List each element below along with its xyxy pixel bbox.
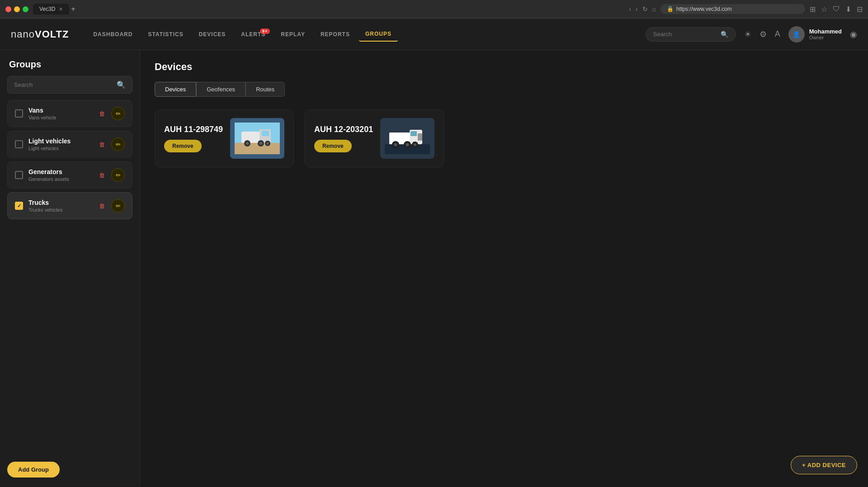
nav-reports[interactable]: REPORTS <box>314 28 356 41</box>
browser-chrome: Vec3D ✕ + ‹ › ↻ ⌂ 🔒 https://www.vec3d.co… <box>0 0 868 19</box>
shield-icon[interactable]: 🛡 <box>833 5 840 13</box>
truck-2-svg <box>385 123 430 154</box>
refresh-button[interactable]: ↻ <box>642 5 648 13</box>
vans-actions: 🗑 ✏ <box>95 107 125 120</box>
tab-close-icon[interactable]: ✕ <box>59 6 63 12</box>
vans-desc: Vans vehicle <box>28 115 90 120</box>
translate-icon[interactable]: A <box>775 29 780 39</box>
search-icon: 🔍 <box>117 80 126 89</box>
light-vehicles-name: Light vehicles <box>28 137 90 145</box>
browser-tools: ⊞ ☆ 🛡 ⬇ ⊟ <box>810 5 863 14</box>
truck-1-svg <box>235 123 280 154</box>
forward-button[interactable]: › <box>636 5 638 13</box>
new-tab-button[interactable]: + <box>71 5 75 13</box>
device-1-plate: AUH 11-298749 <box>164 125 223 134</box>
back-button[interactable]: ‹ <box>629 5 631 13</box>
nav-links: DASHBOARD STATISTICS DEVICES ALERTS9+ RE… <box>87 27 398 42</box>
status-icon[interactable]: ◉ <box>850 29 857 39</box>
content-title: Devices <box>155 61 854 73</box>
search-bar[interactable]: 🔍 <box>646 27 736 42</box>
tab-geofences[interactable]: Geofences <box>196 82 245 97</box>
brightness-icon[interactable]: ☀ <box>744 29 751 39</box>
vans-edit-button[interactable]: ✏ <box>111 107 125 120</box>
svg-point-25 <box>414 143 416 146</box>
nav-replay[interactable]: REPLAY <box>274 28 311 41</box>
main-content: Devices Devices Geofences Routes AUH 11-… <box>140 50 868 487</box>
vans-delete-button[interactable]: 🗑 <box>95 107 108 120</box>
generators-info: Generators Generators assets <box>28 168 90 182</box>
alerts-badge: 9+ <box>260 28 270 34</box>
sidebar-search-input[interactable] <box>14 81 113 88</box>
vans-info: Vans Vans vehicle <box>28 107 90 120</box>
add-group-button[interactable]: Add Group <box>7 462 60 478</box>
nav-groups[interactable]: GROUPS <box>359 27 398 42</box>
url-display: https://www.vec3d.com <box>676 6 732 12</box>
tabs: Devices Geofences Routes <box>155 82 854 97</box>
nav-controls: ‹ › ↻ ⌂ <box>629 5 656 13</box>
apps-icon[interactable]: ⊟ <box>857 5 863 14</box>
generators-checkbox[interactable] <box>15 171 23 179</box>
sidebar-title: Groups <box>7 59 132 70</box>
generators-edit-button[interactable]: ✏ <box>111 168 125 182</box>
light-vehicles-actions: 🗑 ✏ <box>95 137 125 151</box>
device-2-info: AUH 12-203201 Remove <box>314 125 373 152</box>
logo-prefix: nano <box>11 28 35 40</box>
settings-icon[interactable]: ⚙ <box>760 29 767 39</box>
light-vehicles-edit-button[interactable]: ✏ <box>111 137 125 151</box>
add-device-button[interactable]: + ADD DEVICE <box>791 456 857 474</box>
svg-point-21 <box>394 143 397 147</box>
vans-name: Vans <box>28 107 90 114</box>
close-window-button[interactable] <box>5 6 11 12</box>
tab-routes[interactable]: Routes <box>245 82 285 97</box>
device-1-remove-button[interactable]: Remove <box>164 140 202 152</box>
svg-point-8 <box>259 142 262 145</box>
lock-icon: 🔒 <box>667 6 674 12</box>
device-1-image <box>230 118 284 159</box>
generators-name: Generators <box>28 168 90 175</box>
minimize-window-button[interactable] <box>14 6 20 12</box>
light-vehicles-desc: Light vehicles <box>28 146 90 151</box>
search-input[interactable] <box>653 31 717 38</box>
extensions-icon[interactable]: ⊞ <box>810 5 816 14</box>
nav-right: 🔍 ☀ ⚙ A 👤 Mohammed Owner ◉ <box>646 26 857 43</box>
tab-title: Vec3D <box>39 6 55 12</box>
light-vehicles-info: Light vehicles Light vehicles <box>28 137 90 151</box>
group-item-light-vehicles[interactable]: Light vehicles Light vehicles 🗑 ✏ <box>7 131 132 158</box>
device-card-2: AUH 12-203201 Remove <box>305 109 444 167</box>
generators-delete-button[interactable]: 🗑 <box>95 168 108 182</box>
trucks-checkbox[interactable] <box>15 202 23 210</box>
trucks-delete-button[interactable]: 🗑 <box>95 199 108 213</box>
svg-point-6 <box>246 142 249 145</box>
svg-rect-19 <box>410 131 417 136</box>
user-role: Owner <box>809 35 842 40</box>
traffic-lights <box>5 6 28 12</box>
group-item-vans[interactable]: Vans Vans vehicle 🗑 ✏ <box>7 100 132 127</box>
group-item-trucks[interactable]: Trucks Trucks vehicles 🗑 ✏ <box>7 192 132 219</box>
address-bar[interactable]: 🔒 https://www.vec3d.com <box>660 4 805 14</box>
nav-alerts[interactable]: ALERTS9+ <box>235 28 272 41</box>
download-icon[interactable]: ⬇ <box>845 5 851 14</box>
search-icon: 🔍 <box>721 31 728 38</box>
browser-tab[interactable]: Vec3D ✕ <box>33 4 69 14</box>
device-2-remove-button[interactable]: Remove <box>314 140 352 152</box>
vans-checkbox[interactable] <box>15 109 23 118</box>
svg-rect-4 <box>262 131 269 136</box>
nav-devices[interactable]: DEVICES <box>193 28 232 41</box>
trucks-info: Trucks Trucks vehicles <box>28 199 90 213</box>
trucks-edit-button[interactable]: ✏ <box>111 199 125 213</box>
avatar: 👤 <box>788 26 805 43</box>
bookmark-icon[interactable]: ☆ <box>821 5 827 14</box>
maximize-window-button[interactable] <box>23 6 28 12</box>
logo: nanoVOLTZ <box>11 28 69 40</box>
sidebar-search[interactable]: 🔍 <box>7 76 132 94</box>
nav-statistics[interactable]: STATISTICS <box>142 28 189 41</box>
svg-point-23 <box>406 143 409 147</box>
home-button[interactable]: ⌂ <box>652 5 656 13</box>
nav-dashboard[interactable]: DASHBOARD <box>87 28 139 41</box>
light-vehicles-checkbox[interactable] <box>15 140 23 148</box>
tab-devices[interactable]: Devices <box>155 82 196 97</box>
light-vehicles-delete-button[interactable]: 🗑 <box>95 137 108 151</box>
groups-list: Vans Vans vehicle 🗑 ✏ Light vehicles Lig… <box>7 100 132 454</box>
group-item-generators[interactable]: Generators Generators assets 🗑 ✏ <box>7 161 132 189</box>
app: nanoVOLTZ DASHBOARD STATISTICS DEVICES A… <box>0 19 868 487</box>
